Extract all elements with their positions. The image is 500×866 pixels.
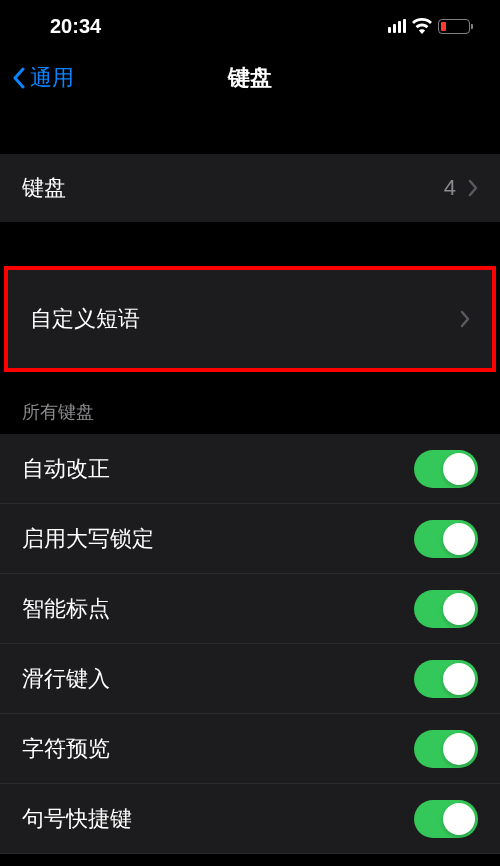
cell-label: 启用大写锁定 [22, 524, 154, 554]
slide-to-type-switch[interactable] [414, 660, 478, 698]
caps-lock-switch[interactable] [414, 520, 478, 558]
character-preview-switch[interactable] [414, 730, 478, 768]
back-label: 通用 [30, 63, 74, 93]
highlight-annotation: 自定义短语 [4, 266, 496, 372]
cell-label: 滑行键入 [22, 664, 110, 694]
chevron-right-icon [460, 310, 470, 328]
cell-label: 自定义短语 [30, 304, 140, 334]
keyboards-row[interactable]: 键盘 4 [0, 154, 500, 222]
cell-label: 智能标点 [22, 594, 110, 624]
period-shortcut-row: 句号快捷键 [0, 784, 500, 854]
period-shortcut-switch[interactable] [414, 800, 478, 838]
auto-correction-row: 自动改正 [0, 434, 500, 504]
status-bar: 20:34 [0, 0, 500, 48]
auto-correction-switch[interactable] [414, 450, 478, 488]
section-header: 所有键盘 [0, 372, 500, 434]
wifi-icon [412, 18, 432, 34]
status-icons [388, 18, 470, 34]
cell-label: 键盘 [22, 173, 66, 203]
smart-punctuation-row: 智能标点 [0, 574, 500, 644]
smart-punctuation-switch[interactable] [414, 590, 478, 628]
battery-icon [438, 19, 470, 34]
cell-label: 句号快捷键 [22, 804, 132, 834]
page-title: 键盘 [228, 63, 272, 93]
back-button[interactable]: 通用 [12, 63, 74, 93]
caps-lock-row: 启用大写锁定 [0, 504, 500, 574]
slide-to-type-row: 滑行键入 [0, 644, 500, 714]
text-replacement-row[interactable]: 自定义短语 [8, 270, 492, 368]
nav-header: 通用 键盘 [0, 48, 500, 108]
cell-label: 字符预览 [22, 734, 110, 764]
chevron-left-icon [12, 67, 26, 89]
character-preview-row: 字符预览 [0, 714, 500, 784]
cellular-signal-icon [388, 19, 406, 33]
cell-value: 4 [444, 175, 456, 201]
status-time: 20:34 [50, 15, 101, 38]
chevron-right-icon [468, 179, 478, 197]
cell-label: 自动改正 [22, 454, 110, 484]
